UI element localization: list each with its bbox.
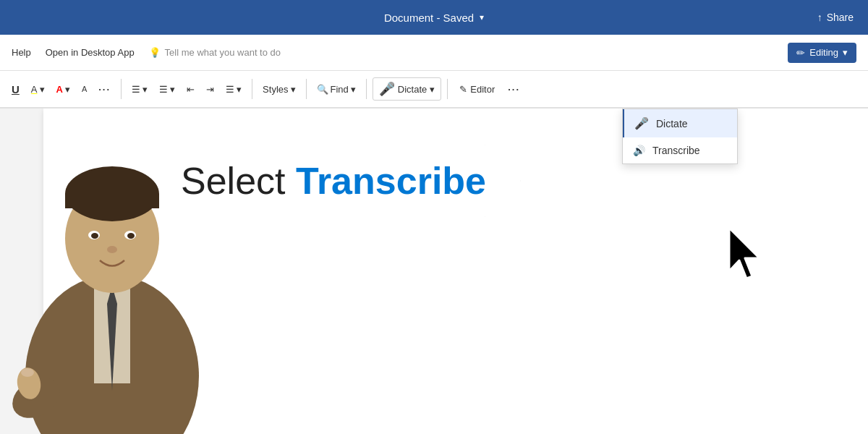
svg-point-12	[107, 246, 117, 253]
mic-icon: 🎤	[379, 81, 395, 97]
callout-text: Select Transcribe	[181, 160, 486, 202]
open-desktop-label: Open in Desktop App	[46, 47, 135, 58]
find-icon: 🔍	[317, 84, 328, 95]
transcribe-menu-item[interactable]: 🔊 Transcribe	[623, 137, 737, 163]
separator-3	[306, 79, 307, 99]
dictate-menu-item[interactable]: 🎤 Dictate	[623, 109, 737, 137]
font-size-button[interactable]: A	[77, 82, 91, 96]
dictate-label: Dictate	[398, 84, 427, 95]
editing-pencil-icon: ✏	[796, 47, 805, 59]
dictate-chevron-icon: ▾	[430, 84, 435, 95]
indent-increase-icon: ⇥	[206, 84, 214, 95]
dictate-mic-icon: 🎤	[634, 116, 649, 130]
find-chevron-icon: ▾	[351, 84, 356, 95]
dictate-dropdown: 🎤 Dictate 🔊 Transcribe	[622, 109, 738, 164]
highlight-chevron-icon: ▾	[40, 84, 45, 95]
indent-increase-button[interactable]: ⇥	[202, 81, 218, 98]
main-content: Select Transcribe 🎤 Dictate 🔊 Transcribe	[0, 109, 868, 434]
separator-5	[447, 79, 448, 99]
font-color-chevron-icon: ▾	[65, 84, 70, 95]
font-color-button[interactable]: A ▾	[52, 81, 75, 98]
align-icon: ☰	[226, 84, 234, 95]
separator-2	[252, 79, 252, 99]
document-title: Document - Saved	[384, 12, 474, 24]
editing-label: Editing	[809, 47, 838, 58]
bullet-list-chevron-icon: ▾	[142, 84, 148, 95]
bullet-list-icon: ☰	[132, 84, 140, 95]
indent-decrease-icon: ⇤	[187, 84, 195, 95]
font-color-icon: A	[56, 84, 63, 95]
font-size-icon: A	[82, 85, 87, 93]
help-label[interactable]: Help	[12, 47, 31, 58]
title-bar-content: Document - Saved ▾	[384, 12, 484, 24]
share-label: Share	[827, 12, 854, 23]
underline-button[interactable]: U	[7, 80, 24, 98]
bullet-list-button[interactable]: ☰ ▾	[127, 81, 152, 98]
find-label: Find	[331, 84, 349, 95]
separator-1	[121, 79, 122, 99]
share-button[interactable]: ↑ Share	[803, 0, 868, 35]
editor-label: Editor	[470, 84, 495, 95]
svg-point-10	[91, 233, 98, 239]
separator-4	[366, 79, 367, 99]
indent-decrease-button[interactable]: ⇤	[182, 81, 199, 98]
editor-icon: ✎	[459, 84, 467, 95]
share-icon: ↑	[817, 12, 822, 23]
highlight-icon: A	[31, 84, 38, 95]
dictate-menu-label: Dictate	[656, 118, 688, 129]
numbered-list-icon: ☰	[159, 84, 168, 95]
editing-button[interactable]: ✏ Editing ▾	[788, 43, 856, 63]
transcribe-menu-label: Transcribe	[652, 145, 700, 156]
tell-me-placeholder: Tell me what you want to do	[165, 47, 281, 58]
help-bar: Help Open in Desktop App 💡 Tell me what …	[0, 35, 868, 71]
tell-me-input[interactable]: 💡 Tell me what you want to do	[149, 47, 774, 58]
title-chevron-icon[interactable]: ▾	[480, 12, 484, 22]
editing-chevron-icon: ▾	[843, 47, 848, 58]
svg-point-11	[127, 233, 135, 239]
more-tools-button[interactable]: ···	[503, 81, 524, 98]
editor-button[interactable]: ✎ Editor	[454, 81, 501, 98]
align-button[interactable]: ☰ ▾	[221, 81, 246, 98]
highlight-button[interactable]: A ▾	[27, 81, 49, 98]
callout-highlight-text: Transcribe	[296, 160, 486, 202]
align-chevron-icon: ▾	[237, 84, 242, 95]
cursor-arrow	[723, 224, 774, 286]
numbered-list-button[interactable]: ☰ ▾	[155, 81, 179, 98]
underline-label: U	[12, 83, 20, 95]
svg-point-15	[21, 368, 34, 377]
title-bar: Document - Saved ▾ ↑ Share	[0, 0, 868, 35]
open-desktop-button[interactable]: Open in Desktop App	[46, 47, 135, 58]
svg-rect-7	[65, 194, 159, 208]
styles-chevron-icon: ▾	[291, 84, 296, 95]
numbered-list-chevron-icon: ▾	[170, 84, 175, 95]
more-format-icon: ···	[98, 84, 111, 95]
more-tools-icon: ···	[508, 84, 520, 95]
lightbulb-icon: 💡	[149, 47, 161, 58]
find-button[interactable]: 🔍 Find ▾	[312, 81, 360, 98]
person-figure	[0, 116, 224, 434]
styles-label: Styles	[263, 84, 288, 95]
more-format-button[interactable]: ···	[94, 81, 115, 98]
transcribe-speaker-icon: 🔊	[633, 145, 645, 156]
styles-button[interactable]: Styles ▾	[258, 81, 299, 98]
dictate-button[interactable]: 🎤 Dictate ▾	[373, 77, 441, 101]
svg-marker-0	[729, 228, 760, 278]
toolbar: U A ▾ A ▾ A ··· ☰ ▾ ☰ ▾ ⇤ ⇥ ☰ ▾ Styles ▾…	[0, 71, 868, 109]
